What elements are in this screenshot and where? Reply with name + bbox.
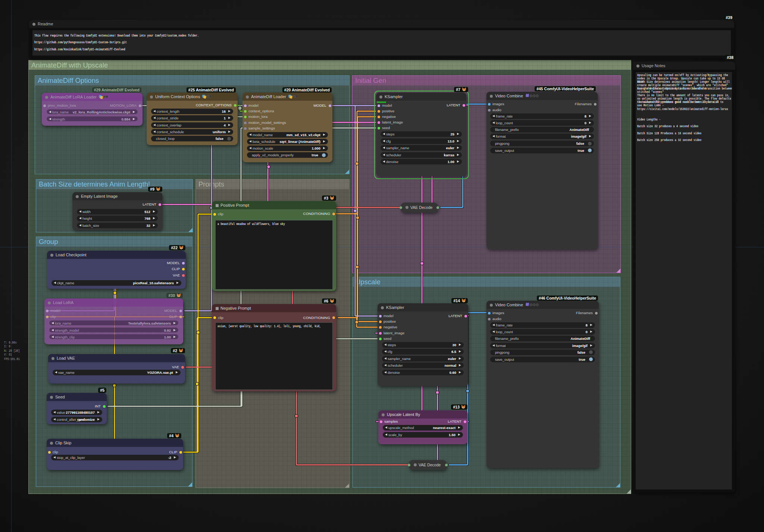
svg-text:B: B bbox=[296, 95, 297, 97]
svg-text:H: H bbox=[533, 304, 535, 306]
svg-text:A: A bbox=[104, 96, 106, 98]
svg-text:S: S bbox=[536, 304, 538, 306]
svg-text:B: B bbox=[210, 95, 212, 97]
svg-text:V: V bbox=[530, 304, 532, 306]
svg-text:A: A bbox=[294, 95, 295, 97]
svg-text:B: B bbox=[106, 96, 108, 98]
svg-text:S: S bbox=[536, 95, 538, 97]
svg-text:A: A bbox=[207, 95, 209, 97]
svg-text:V: V bbox=[530, 95, 532, 97]
svg-text:H: H bbox=[533, 95, 535, 97]
